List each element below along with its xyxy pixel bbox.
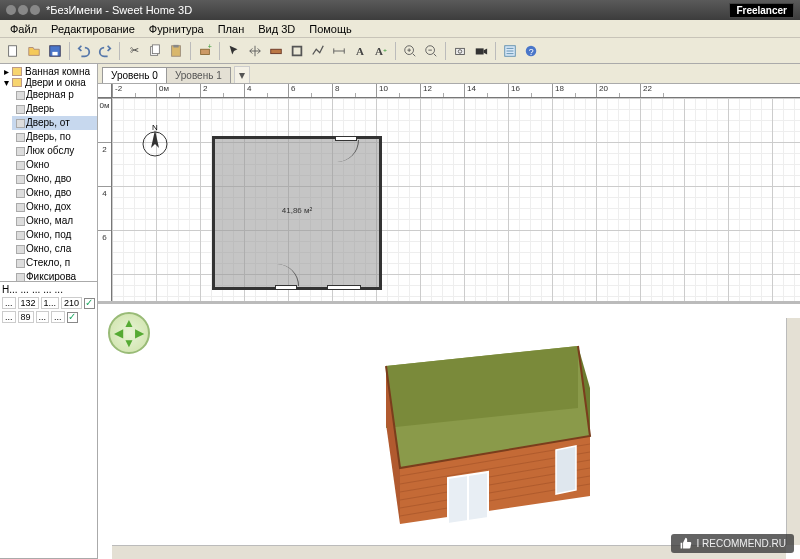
door-icon[interactable]: [275, 285, 297, 290]
preferences-icon[interactable]: [501, 42, 519, 60]
paste-icon[interactable]: [167, 42, 185, 60]
dimension-icon[interactable]: [330, 42, 348, 60]
tree-item[interactable]: Дверная р: [12, 88, 97, 102]
tree-item[interactable]: Дверь, от: [12, 116, 97, 130]
furniture-list[interactable]: Н... ... ... ... ... ... 132 1... 210 ..…: [0, 282, 97, 559]
scrollbar-vertical[interactable]: [786, 318, 800, 545]
zoom-in-icon[interactable]: [401, 42, 419, 60]
text-icon[interactable]: A: [351, 42, 369, 60]
tab-level-0[interactable]: Уровень 0: [102, 67, 167, 83]
room[interactable]: 41,86 м²: [212, 136, 382, 290]
col-header[interactable]: Н...: [2, 284, 18, 295]
tree-category[interactable]: ▾Двери и окна: [2, 77, 97, 88]
view3d-pane[interactable]: ▲ ▼ ◀ ▶: [98, 304, 800, 559]
plan-grid[interactable]: N 41,86 м²: [112, 98, 800, 301]
arrow-down-icon[interactable]: ▼: [123, 336, 135, 350]
col-header[interactable]: ...: [21, 284, 29, 295]
tree-item[interactable]: Окно: [12, 158, 97, 172]
save-icon[interactable]: [46, 42, 64, 60]
tab-level-1[interactable]: Уровень 1: [166, 67, 231, 83]
arrow-up-icon[interactable]: ▲: [123, 316, 135, 330]
window-title: *БезИмени - Sweet Home 3D: [46, 4, 192, 16]
col-header[interactable]: ...: [43, 284, 51, 295]
table-row[interactable]: ...89......: [2, 311, 95, 323]
tree-item[interactable]: Люк обслу: [12, 144, 97, 158]
visible-checkbox[interactable]: [84, 298, 95, 309]
create-photo-icon[interactable]: [451, 42, 469, 60]
polyline-icon[interactable]: [309, 42, 327, 60]
cut-icon[interactable]: ✂: [125, 42, 143, 60]
room-icon[interactable]: [288, 42, 306, 60]
freelancer-badge: Freelancer: [729, 3, 794, 18]
select-icon[interactable]: [225, 42, 243, 60]
toolbar: ✂ + A A+ ?: [0, 38, 800, 64]
catalog-tree[interactable]: ▸Ванная комна ▾Двери и окна Дверная рДве…: [0, 64, 97, 282]
ruler-vertical: 0м246: [98, 98, 112, 301]
svg-rect-4: [152, 44, 159, 53]
text-plus-icon[interactable]: A+: [372, 42, 390, 60]
add-furniture-icon[interactable]: +: [196, 42, 214, 60]
new-file-icon[interactable]: [4, 42, 22, 60]
room-area-label: 41,86 м²: [282, 206, 312, 215]
menubar: Файл Редактирование Фурнитура План Вид 3…: [0, 20, 800, 38]
open-icon[interactable]: [25, 42, 43, 60]
plan-canvas[interactable]: -20м246810121416182022 0м246 N 41,86 м²: [98, 84, 800, 301]
col-header[interactable]: ...: [55, 284, 63, 295]
window-titlebar: *БезИмени - Sweet Home 3D Freelancer: [0, 0, 800, 20]
tree-item[interactable]: Окно, дох: [12, 200, 97, 214]
camera-icon[interactable]: [472, 42, 490, 60]
svg-rect-2: [52, 51, 57, 55]
tree-item[interactable]: Фиксирова: [12, 270, 97, 282]
redo-icon[interactable]: [96, 42, 114, 60]
visible-checkbox[interactable]: [67, 312, 78, 323]
help-icon[interactable]: ?: [522, 42, 540, 60]
menu-furniture[interactable]: Фурнитура: [143, 21, 210, 37]
add-level-button[interactable]: ▾: [234, 66, 250, 83]
menu-help[interactable]: Помощь: [303, 21, 358, 37]
tree-item[interactable]: Стекло, п: [12, 256, 97, 270]
menu-view3d[interactable]: Вид 3D: [252, 21, 301, 37]
watermark: I RECOMMEND.RU: [671, 534, 794, 553]
window-controls[interactable]: [6, 5, 40, 15]
tree-item[interactable]: Окно, дво: [12, 172, 97, 186]
nav3d-control[interactable]: ▲ ▼ ◀ ▶: [108, 312, 150, 354]
copy-icon[interactable]: [146, 42, 164, 60]
ruler-horizontal: -20м246810121416182022: [112, 84, 800, 98]
tree-item[interactable]: Окно, под: [12, 228, 97, 242]
menu-plan[interactable]: План: [212, 21, 251, 37]
tree-item[interactable]: Дверь: [12, 102, 97, 116]
pan-icon[interactable]: [246, 42, 264, 60]
table-row[interactable]: ... 132 1... 210: [2, 297, 95, 309]
svg-rect-15: [476, 48, 484, 54]
menu-edit[interactable]: Редактирование: [45, 21, 141, 37]
window-icon[interactable]: [327, 285, 361, 290]
compass-icon[interactable]: N: [140, 122, 170, 160]
wall-icon[interactable]: [267, 42, 285, 60]
tree-item[interactable]: Дверь, по: [12, 130, 97, 144]
arrow-left-icon[interactable]: ◀: [114, 326, 123, 340]
svg-text:+: +: [208, 44, 212, 50]
tree-item[interactable]: Окно, дво: [12, 186, 97, 200]
arrow-right-icon[interactable]: ▶: [135, 326, 144, 340]
tree-category[interactable]: ▸Ванная комна: [2, 66, 97, 77]
svg-rect-10: [293, 46, 302, 55]
thumb-up-icon: [679, 537, 692, 550]
undo-icon[interactable]: [75, 42, 93, 60]
menu-file[interactable]: Файл: [4, 21, 43, 37]
plan-pane: Уровень 0 Уровень 1 ▾ -20м24681012141618…: [98, 64, 800, 304]
svg-marker-34: [556, 446, 576, 494]
tree-item[interactable]: Окно, сла: [12, 242, 97, 256]
house-3d[interactable]: [328, 328, 628, 528]
svg-rect-9: [271, 49, 282, 53]
col-header[interactable]: ...: [32, 284, 40, 295]
zoom-out-icon[interactable]: [422, 42, 440, 60]
svg-rect-0: [9, 45, 17, 56]
svg-text:?: ?: [529, 46, 534, 56]
tree-item[interactable]: Окно, мал: [12, 214, 97, 228]
svg-text:N: N: [152, 123, 158, 132]
door-icon[interactable]: [335, 136, 357, 141]
svg-rect-6: [173, 44, 178, 47]
